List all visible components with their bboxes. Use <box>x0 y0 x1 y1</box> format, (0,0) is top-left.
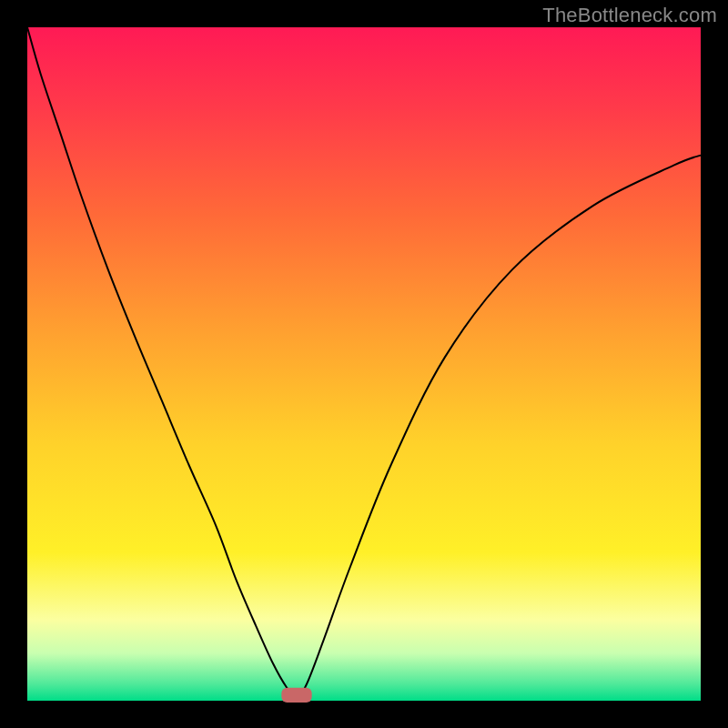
optimum-marker <box>281 688 311 703</box>
watermark-text: TheBottleneck.com <box>542 4 717 27</box>
chart-frame: TheBottleneck.com <box>0 0 728 728</box>
plot-background <box>27 27 701 701</box>
bottleneck-chart <box>0 0 728 728</box>
